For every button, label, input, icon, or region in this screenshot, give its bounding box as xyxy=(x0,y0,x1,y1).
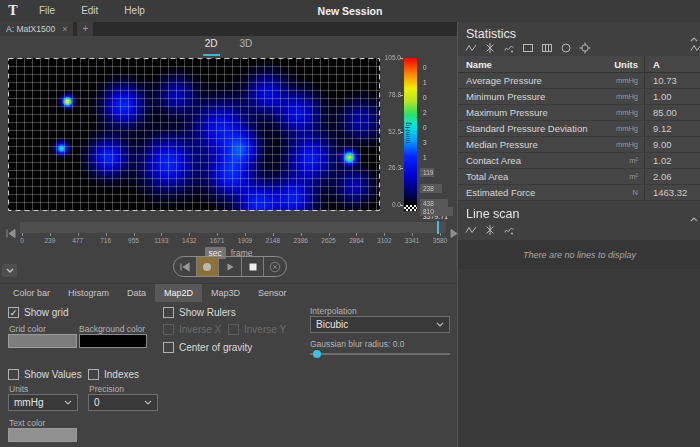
settings-tab-data[interactable]: Data xyxy=(118,284,155,302)
gaussian-blur-slider-knob[interactable] xyxy=(313,350,321,358)
timeline-tickmark xyxy=(440,233,441,236)
ellipse-icon[interactable] xyxy=(560,42,572,54)
stat-units: mmHg xyxy=(596,124,644,133)
gaussian-blur-label: Gaussian blur radius: 0.0 xyxy=(310,339,405,349)
table-row[interactable]: Median PressuremmHg9.00 xyxy=(458,137,700,153)
curve-icon[interactable] xyxy=(690,42,700,54)
colorbar-tickmark xyxy=(400,132,403,133)
precision-dropdown[interactable]: 0 xyxy=(88,394,158,411)
collapse-panel-button[interactable] xyxy=(2,264,17,277)
stat-name: Average Pressure xyxy=(458,75,596,86)
document-tab[interactable]: A: MatX1500 × xyxy=(0,22,73,36)
gaussian-blur-slider-track[interactable] xyxy=(310,353,450,355)
freehand-icon[interactable] xyxy=(503,224,515,236)
record-button[interactable] xyxy=(197,257,220,276)
stat-units: m² xyxy=(596,172,644,181)
add-tab-button[interactable]: + xyxy=(77,22,93,36)
show-grid-checkbox[interactable]: ✓ Show grid xyxy=(8,307,68,318)
settings-tab-map2d[interactable]: Map2D xyxy=(155,284,202,302)
timeline-tickmark xyxy=(78,233,79,236)
table-row[interactable]: Contact Aream²1.02 xyxy=(458,153,700,169)
indexes-label: Indexes xyxy=(104,369,139,380)
cancel-button[interactable] xyxy=(264,257,286,276)
grid-rectangle-icon[interactable] xyxy=(541,42,553,54)
scatter-icon[interactable] xyxy=(484,42,496,54)
precision-label: Precision xyxy=(89,384,124,394)
histogram-count-label: 1 xyxy=(423,154,427,161)
units-dropdown[interactable]: mmHg xyxy=(8,394,78,411)
view-tab-3d[interactable]: 3D xyxy=(238,36,255,56)
skip-to-start-button[interactable] xyxy=(174,257,197,276)
scatter-icon[interactable] xyxy=(484,224,496,236)
stat-name: Median Pressure xyxy=(458,139,596,150)
stat-value: 2.06 xyxy=(644,169,700,184)
center-of-gravity-checkbox[interactable]: Center of gravity xyxy=(163,342,252,353)
settings-tabs: Color barHistogramDataMap2DMap3DSensor xyxy=(4,284,296,302)
view-tab-2d[interactable]: 2D xyxy=(203,36,220,56)
timeline-tick-label: 1909 xyxy=(238,237,252,244)
interpolation-dropdown[interactable]: Bicubic xyxy=(310,316,450,333)
timeline-tickmark xyxy=(161,233,162,236)
timeline-tickmark xyxy=(134,233,135,236)
line-scan-toolbar xyxy=(465,224,515,236)
timeline-playhead[interactable] xyxy=(437,221,439,234)
checkbox-icon xyxy=(228,324,239,335)
table-row[interactable]: Estimated ForceN1463.32 xyxy=(458,185,700,201)
stat-units: mmHg xyxy=(596,108,644,117)
grid-color-label: Grid color xyxy=(9,324,46,334)
interpolation-value: Bicubic xyxy=(316,319,348,330)
statistics-header-row: NameUnitsA xyxy=(458,56,700,73)
close-tab-icon[interactable]: × xyxy=(62,24,67,34)
center-of-gravity-label: Center of gravity xyxy=(179,342,252,353)
histogram-count-label: 0 xyxy=(423,64,427,71)
settings-tab-histogram[interactable]: Histogram xyxy=(59,284,118,302)
rectangle-icon[interactable] xyxy=(522,42,534,54)
curve-icon[interactable] xyxy=(465,42,477,54)
show-values-checkbox[interactable]: Show Values xyxy=(8,369,82,380)
chevron-down-icon xyxy=(436,322,444,327)
stat-name: Estimated Force xyxy=(458,187,596,198)
timeline-tick-label: 239 xyxy=(44,237,55,244)
table-row[interactable]: Total Aream²2.06 xyxy=(458,169,700,185)
menu-file[interactable]: File xyxy=(26,0,68,22)
play-button[interactable] xyxy=(219,257,242,276)
colorbar-tick-label: 0.0 xyxy=(371,201,401,208)
app-logo: T xyxy=(0,3,26,19)
table-row[interactable]: Standard Pressure DeviationmmHg9.12 xyxy=(458,121,700,137)
menu-edit[interactable]: Edit xyxy=(68,0,111,22)
collapse-line-scan-icon[interactable] xyxy=(690,208,698,226)
grid-color-swatch[interactable] xyxy=(8,334,77,348)
curve-icon[interactable] xyxy=(465,224,477,236)
settings-tab-color-bar[interactable]: Color bar xyxy=(4,284,59,302)
indexes-checkbox[interactable]: Indexes xyxy=(88,369,139,380)
colorbar-tickmark xyxy=(400,58,403,59)
histogram-count-label: 1 xyxy=(423,79,427,86)
inverse-y-label: Inverse Y xyxy=(244,324,286,335)
settings-tab-map3d[interactable]: Map3D xyxy=(202,284,249,302)
timeline-tick-label: 1432 xyxy=(182,237,196,244)
show-rulers-checkbox[interactable]: Show Rulers xyxy=(163,307,236,318)
timeline-track[interactable] xyxy=(20,222,446,233)
menu-help[interactable]: Help xyxy=(111,0,158,22)
text-color-swatch[interactable] xyxy=(8,428,77,442)
timeline-start-icon[interactable] xyxy=(6,224,16,233)
pressure-map-canvas[interactable] xyxy=(8,58,380,211)
table-row[interactable]: Minimum PressuremmHg1.00 xyxy=(458,89,700,105)
stop-button[interactable] xyxy=(242,257,265,276)
timeline-tickmark xyxy=(22,233,23,236)
histogram-count-label: 0 xyxy=(423,124,427,131)
freehand-icon[interactable] xyxy=(503,42,515,54)
timeline-tick-label: 2148 xyxy=(266,237,280,244)
background-color-swatch[interactable] xyxy=(79,334,147,348)
crosshair-icon[interactable] xyxy=(579,42,591,54)
settings-panel: Color barHistogramDataMap2DMap3DSensor ✓… xyxy=(0,283,457,447)
settings-tab-sensor[interactable]: Sensor xyxy=(249,284,296,302)
timeline-tickmark xyxy=(412,233,413,236)
text-color-label: Text color xyxy=(9,418,45,428)
precision-value: 0 xyxy=(94,397,100,408)
inverse-x-label: Inverse X xyxy=(179,324,221,335)
table-row[interactable]: Maximum PressuremmHg85.00 xyxy=(458,105,700,121)
checkbox-icon xyxy=(163,342,174,353)
table-row[interactable]: Average PressuremmHg10.73 xyxy=(458,73,700,89)
timeline-tick-label: 1193 xyxy=(154,237,168,244)
